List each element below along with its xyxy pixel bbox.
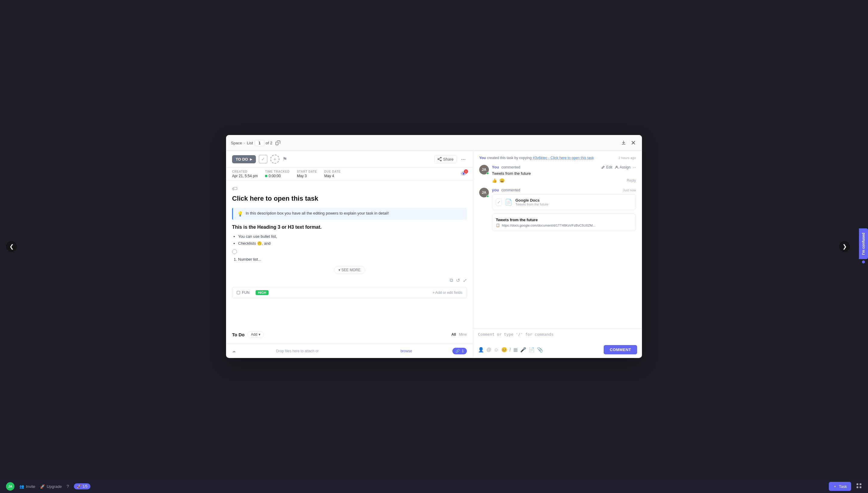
bullet-list: You can use bullet list, Checklists 🙃, a… bbox=[232, 233, 467, 247]
upgrade-button[interactable]: 🚀 Upgrade bbox=[40, 484, 62, 489]
meta-start-value: May 3 bbox=[297, 174, 317, 178]
share-button[interactable]: Share bbox=[434, 155, 457, 163]
copy-link-button[interactable] bbox=[274, 139, 282, 147]
emoji-button[interactable]: ☺ bbox=[494, 347, 499, 352]
right-pane: You created this task by copying #3v6kte… bbox=[473, 151, 642, 358]
breadcrumb-sep1: › bbox=[244, 141, 245, 145]
bottom-bar: JA 👥 Invite 🚀 Upgrade ? 🚀 1/5 ＋ Task bbox=[0, 480, 868, 493]
comment-block-2: JA you commented Just now ⤢ bbox=[479, 188, 636, 235]
add-fields-button[interactable]: + Add or edit fields bbox=[433, 291, 462, 295]
comment-reactions-1: 👍 😄 Reply bbox=[492, 178, 636, 183]
add-assignee-button[interactable]: ＋ bbox=[270, 155, 279, 164]
fun-field[interactable]: FUN bbox=[237, 291, 249, 295]
slash-command-button[interactable]: / bbox=[509, 347, 511, 352]
add-todo-button[interactable]: Add ▾ bbox=[247, 331, 263, 338]
user-avatar[interactable]: JA bbox=[6, 482, 15, 491]
checklist-item[interactable] bbox=[232, 249, 467, 254]
gdoc-card[interactable]: ⤢ 📄 Google Docs Tweets from the future bbox=[492, 194, 636, 210]
gdoc-name: Google Docs bbox=[515, 198, 548, 202]
online-indicator-2 bbox=[486, 195, 489, 197]
comment-input[interactable] bbox=[478, 332, 637, 342]
next-task-button[interactable]: ❯ bbox=[839, 241, 850, 252]
next-arrow-container: ❯ bbox=[839, 241, 850, 252]
topbar-actions: ✕ bbox=[620, 138, 637, 148]
activity-link[interactable]: #3v6ktec - Click here to open this task bbox=[533, 156, 594, 160]
comment-avatar-1: JA bbox=[479, 165, 489, 174]
numbered-list: Number list... bbox=[232, 256, 467, 263]
todo-header: To Do Add ▾ All Mine bbox=[232, 331, 467, 338]
new-task-button[interactable]: ＋ Task bbox=[829, 482, 851, 491]
heading3: This is the Heading 3 or H3 text format. bbox=[232, 224, 467, 230]
breadcrumb-space[interactable]: Space bbox=[231, 141, 242, 145]
flag-button[interactable]: ⚑ bbox=[282, 156, 287, 163]
browse-link[interactable]: browse bbox=[400, 349, 412, 353]
svg-rect-8 bbox=[856, 486, 859, 488]
meta-time-tracked[interactable]: TIME TRACKED 0:00:00 bbox=[265, 170, 290, 178]
submit-comment-button[interactable]: COMMENT bbox=[604, 345, 637, 355]
meta-start-date[interactable]: START DATE May 3 bbox=[297, 170, 317, 178]
modal-body: TO DO ▶ ✓ ＋ ⚑ bbox=[226, 151, 642, 358]
attachment-button[interactable]: 📎 bbox=[537, 347, 543, 352]
voice-button[interactable]: 🎤 bbox=[520, 347, 526, 352]
invite-icon: 👥 bbox=[19, 484, 24, 489]
drop-text: Drop files here to attach or bbox=[276, 349, 319, 353]
svg-point-3 bbox=[441, 160, 441, 161]
at-mention-button[interactable]: @ bbox=[486, 347, 491, 352]
activity-created-text: created this task by copying bbox=[487, 156, 531, 160]
url-card[interactable]: Tweets from the future 📋 https://docs.go… bbox=[492, 214, 636, 231]
expand-button[interactable]: ⤢ bbox=[463, 278, 467, 283]
filter-mine[interactable]: Mine bbox=[459, 333, 467, 337]
see-more-button[interactable]: ▾ SEE MORE bbox=[334, 266, 365, 274]
edit-comment-button[interactable]: Edit bbox=[601, 165, 612, 169]
task-title[interactable]: Click here to open this task bbox=[232, 194, 467, 203]
mention-person-button[interactable]: 👤 bbox=[478, 347, 484, 352]
file-drop-area: ☁ Drop files here to attach or browse 🔗 … bbox=[226, 344, 473, 358]
task-counter[interactable]: 🚀 1/5 bbox=[74, 484, 91, 489]
like-button[interactable]: 👍 bbox=[492, 178, 497, 183]
meta-created: CREATED Apr 21, 5:54 pm bbox=[232, 170, 258, 178]
feedback-tab[interactable]: I'm confused bbox=[859, 229, 868, 259]
prev-task-button[interactable]: ❮ bbox=[6, 241, 17, 252]
rocket-icon: 🚀 bbox=[77, 484, 81, 489]
assign-comment-button[interactable]: Assign bbox=[615, 165, 630, 169]
svg-point-1 bbox=[441, 157, 441, 158]
priority-badge[interactable]: HIGH bbox=[256, 290, 269, 295]
filter-all[interactable]: All bbox=[452, 333, 456, 337]
page-number-input[interactable] bbox=[255, 140, 264, 146]
doc-attach-button[interactable]: 📄 bbox=[529, 347, 535, 352]
comment-body-2: you commented Just now ⤢ 📄 Google Docs bbox=[492, 188, 636, 235]
page-sep: of bbox=[265, 141, 269, 145]
meta-due-date[interactable]: DUE DATE May 4 bbox=[324, 170, 341, 178]
breadcrumb-list[interactable]: List bbox=[247, 141, 253, 145]
reply-button[interactable]: Reply bbox=[627, 178, 636, 183]
watchers-button[interactable]: 👁 1 bbox=[461, 171, 467, 177]
checkbox-icon[interactable] bbox=[232, 249, 237, 254]
link-badge[interactable]: 🔗 1 bbox=[452, 348, 467, 355]
reaction-emoji-button[interactable]: 😊 bbox=[501, 347, 507, 352]
meta-time-value: 0:00:00 bbox=[265, 174, 290, 178]
list-item: Number list... bbox=[238, 256, 467, 263]
apps-button[interactable] bbox=[856, 483, 862, 490]
help-button[interactable]: ? bbox=[67, 484, 69, 489]
modal-overlay: Space › List of 2 bbox=[0, 0, 868, 493]
emoji-reaction-button[interactable]: 😄 bbox=[499, 178, 504, 183]
comment-body-1: You commented Edit bbox=[492, 165, 636, 183]
export-button[interactable] bbox=[620, 139, 627, 147]
status-button[interactable]: TO DO ▶ bbox=[232, 155, 256, 163]
more-options-button[interactable]: ··· bbox=[460, 155, 467, 164]
history-button[interactable]: ↺ bbox=[456, 278, 460, 283]
activity-you: You bbox=[479, 156, 486, 160]
gdoc-info: Google Docs Tweets from the future bbox=[515, 198, 548, 206]
invite-button[interactable]: 👥 Invite bbox=[19, 484, 35, 489]
share-label: Share bbox=[443, 157, 454, 162]
complete-button[interactable]: ✓ bbox=[259, 155, 267, 163]
gdoc-expand-button[interactable]: ⤢ bbox=[496, 198, 502, 206]
svg-rect-7 bbox=[860, 484, 861, 485]
breadcrumb-nav: of 2 bbox=[255, 140, 272, 146]
copy-content-button[interactable]: ⧉ bbox=[450, 278, 453, 283]
close-button[interactable]: ✕ bbox=[630, 138, 637, 148]
comment-more-button[interactable]: ··· bbox=[633, 165, 636, 169]
info-text: In this description box you have all the… bbox=[246, 211, 389, 215]
page-total: 2 bbox=[270, 141, 272, 145]
layout-button[interactable]: ▦ bbox=[513, 347, 518, 352]
